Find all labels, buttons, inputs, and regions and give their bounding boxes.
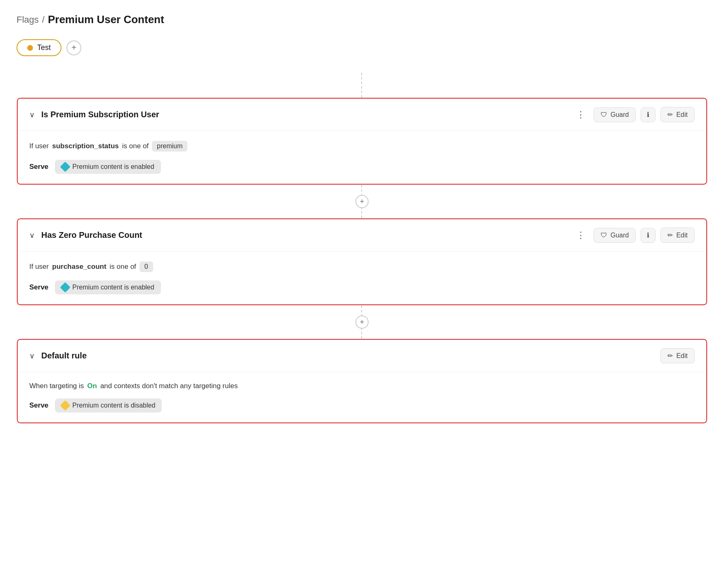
rule-card-2: ∨ Has Zero Purchase Count ⋮ 🛡 Guard ℹ ✏ … <box>17 218 707 306</box>
info-icon-2: ℹ <box>647 231 649 239</box>
rule-3-condition-prefix: When targeting is <box>29 382 84 390</box>
edit-pencil-icon-2: ✏ <box>667 231 673 239</box>
page-title: Premium User Content <box>48 13 164 26</box>
rule-3-serve-row: Serve Premium content is disabled <box>29 398 695 413</box>
rule-2-variation-badge[interactable]: Premium content is enabled <box>55 280 161 294</box>
rule-3-body: When targeting is On and contexts don't … <box>18 372 706 422</box>
add-tab-button[interactable]: + <box>66 40 81 55</box>
tabs-row: Test + <box>17 39 707 56</box>
rule-2-header: ∨ Has Zero Purchase Count ⋮ 🛡 Guard ℹ ✏ … <box>18 219 706 251</box>
add-rule-button-1[interactable]: + <box>355 195 369 208</box>
diamond-blue-icon <box>60 161 71 172</box>
rule-3-variation-badge[interactable]: Premium content is disabled <box>55 398 162 413</box>
rule-3-condition: When targeting is On and contexts don't … <box>29 382 695 390</box>
shield-icon-2: 🛡 <box>601 232 607 239</box>
connector-plus-2: + <box>17 306 707 339</box>
rule-3-edit-label: Edit <box>676 352 688 360</box>
rule-2-serve-label: Serve <box>29 283 48 292</box>
rule-1-header-right: ⋮ 🛡 Guard ℹ ✏ Edit <box>573 107 695 122</box>
rule-1-title: Is Premium Subscription User <box>41 110 159 119</box>
rule-3-chevron-icon[interactable]: ∨ <box>29 351 35 360</box>
rule-1-edit-button[interactable]: ✏ Edit <box>660 107 695 122</box>
rule-3-condition-status: On <box>87 382 97 390</box>
info-icon: ℹ <box>647 111 649 119</box>
edit-pencil-icon-3: ✏ <box>667 352 673 360</box>
rule-2-guard-label: Guard <box>610 232 629 239</box>
rule-1-serve-label: Serve <box>29 163 48 171</box>
rule-2-more-icon[interactable]: ⋮ <box>573 228 589 242</box>
rule-2-header-left: ∨ Has Zero Purchase Count <box>29 230 142 240</box>
rule-1-guard-button[interactable]: 🛡 Guard <box>594 107 636 122</box>
rule-1-more-icon[interactable]: ⋮ <box>573 108 589 122</box>
rule-2-condition-key: purchase_count <box>52 263 106 271</box>
rule-3-highlight: ∨ Default rule ✏ Edit When targeting is … <box>17 339 707 423</box>
rule-1-condition-value: premium <box>152 141 187 152</box>
tab-test[interactable]: Test <box>17 39 62 56</box>
rule-1-condition-mid: is one of <box>122 142 149 150</box>
edit-pencil-icon: ✏ <box>667 111 673 119</box>
rule-2-edit-button[interactable]: ✏ Edit <box>660 228 695 243</box>
rule-2-highlight: ∨ Has Zero Purchase Count ⋮ 🛡 Guard ℹ ✏ … <box>17 218 707 305</box>
rule-2-condition-prefix: If user <box>29 263 49 271</box>
rule-1-edit-label: Edit <box>676 111 688 119</box>
rule-2-serve-row: Serve Premium content is enabled <box>29 280 695 294</box>
rule-2-condition-value: 0 <box>140 261 153 272</box>
rule-1-chevron-icon[interactable]: ∨ <box>29 110 35 119</box>
tab-dot <box>27 45 33 51</box>
rule-1-condition-prefix: If user <box>29 142 49 150</box>
rule-3-header: ∨ Default rule ✏ Edit <box>18 340 706 372</box>
rule-2-variation-label: Premium content is enabled <box>72 284 154 291</box>
rule-2-chevron-icon[interactable]: ∨ <box>29 231 35 240</box>
breadcrumb-flags[interactable]: Flags <box>17 14 39 25</box>
diamond-yellow-icon <box>60 400 71 410</box>
rule-2-body: If user purchase_count is one of 0 Serve… <box>18 251 706 304</box>
connector-top <box>17 73 707 97</box>
rule-card-1: ∨ Is Premium Subscription User ⋮ 🛡 Guard… <box>17 97 707 185</box>
rule-1-header: ∨ Is Premium Subscription User ⋮ 🛡 Guard… <box>18 99 706 131</box>
rule-2-condition-mid: is one of <box>110 263 136 271</box>
breadcrumb: Flags / Premium User Content <box>17 13 707 26</box>
shield-icon: 🛡 <box>601 111 607 119</box>
rule-3-condition-suffix: and contexts don't match any targeting r… <box>100 382 238 390</box>
breadcrumb-separator: / <box>42 14 45 25</box>
rule-3-title: Default rule <box>41 351 87 360</box>
rule-1-condition-key: subscription_status <box>52 142 119 150</box>
rule-1-variation-label: Premium content is enabled <box>72 163 154 171</box>
rule-3-header-right: ✏ Edit <box>660 348 695 363</box>
rule-3-serve-label: Serve <box>29 401 48 410</box>
rule-3-edit-button[interactable]: ✏ Edit <box>660 348 695 363</box>
rule-3-variation-label: Premium content is disabled <box>72 402 155 409</box>
rule-1-guard-label: Guard <box>610 111 629 119</box>
rule-2-guard-button[interactable]: 🛡 Guard <box>594 228 636 243</box>
rule-1-highlight: ∨ Is Premium Subscription User ⋮ 🛡 Guard… <box>17 98 707 185</box>
rule-1-header-left: ∨ Is Premium Subscription User <box>29 110 159 119</box>
rule-2-header-right: ⋮ 🛡 Guard ℹ ✏ Edit <box>573 228 695 243</box>
rule-1-body: If user subscription_status is one of pr… <box>18 131 706 184</box>
rule-3-header-left: ∨ Default rule <box>29 351 87 360</box>
add-rule-button-2[interactable]: + <box>355 315 369 329</box>
rule-1-condition: If user subscription_status is one of pr… <box>29 141 695 152</box>
rule-1-variation-badge[interactable]: Premium content is enabled <box>55 160 161 174</box>
tab-test-label: Test <box>37 43 51 52</box>
rule-2-condition: If user purchase_count is one of 0 <box>29 261 695 272</box>
diamond-blue-icon-2 <box>60 282 71 292</box>
rule-1-serve-row: Serve Premium content is enabled <box>29 160 695 174</box>
rule-1-info-button[interactable]: ℹ <box>641 107 655 122</box>
connector-plus-1: + <box>17 185 707 218</box>
rule-2-title: Has Zero Purchase Count <box>41 230 142 240</box>
rule-2-info-button[interactable]: ℹ <box>641 228 655 243</box>
rule-2-edit-label: Edit <box>676 232 688 239</box>
rule-card-3: ∨ Default rule ✏ Edit When targeting is … <box>17 339 707 424</box>
